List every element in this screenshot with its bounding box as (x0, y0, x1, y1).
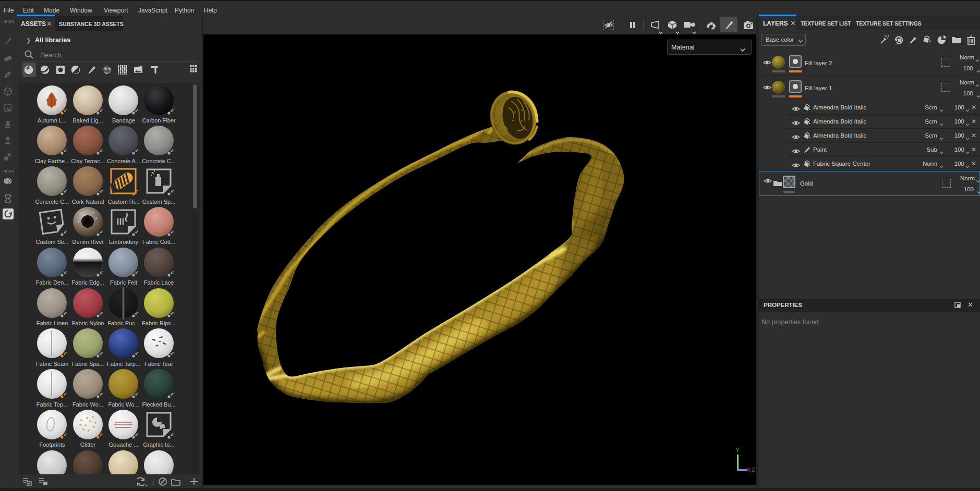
svg-text:X: X (747, 467, 751, 472)
svg-text:Y: Y (736, 448, 740, 453)
svg-text:Z: Z (752, 467, 755, 472)
